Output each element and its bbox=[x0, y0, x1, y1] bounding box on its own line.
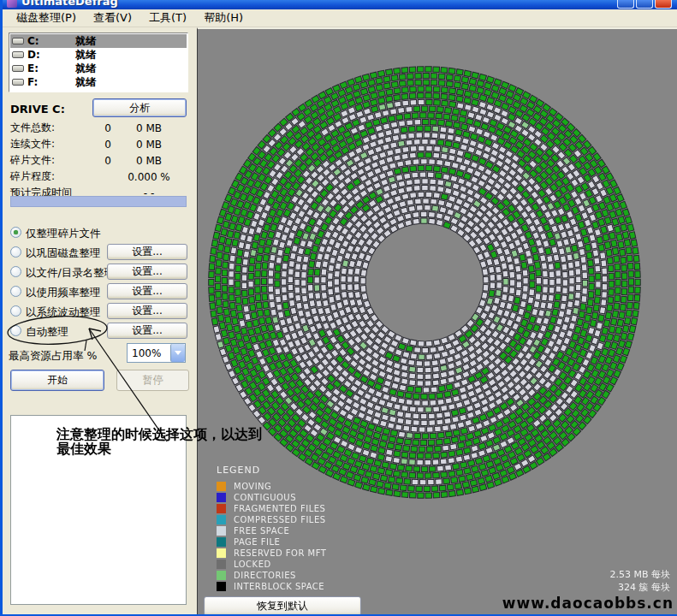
legend-label: LOCKED bbox=[234, 560, 271, 569]
drive-row-E[interactable]: E:就绪 bbox=[10, 62, 187, 75]
method-option-1: 以巩固磁盘整理设置... bbox=[9, 243, 188, 263]
stat-count: 0 bbox=[89, 122, 111, 134]
method-option-label: 以系统波动整理 bbox=[26, 305, 101, 320]
legend-swatch-icon bbox=[217, 526, 226, 536]
stat-label: 连续文件: bbox=[10, 137, 89, 151]
drive-name: E: bbox=[27, 62, 62, 74]
app-window: UltimateDefrag 磁盘整理(P) 查看(V) 工具(T) 帮助(H)… bbox=[0, 0, 677, 616]
legend-item: RESERVED FOR MFT bbox=[217, 548, 326, 559]
drive-icon bbox=[12, 51, 24, 58]
radio-button[interactable] bbox=[10, 266, 21, 277]
legend-label: CONTIGUOUS bbox=[234, 493, 296, 502]
legend-label: RESERVED FOR MFT bbox=[234, 548, 326, 558]
method-option-label: 以巩固磁盘整理 bbox=[26, 246, 101, 261]
analyze-button[interactable]: 分析 bbox=[92, 98, 187, 117]
stat-label: 碎片程度: bbox=[10, 169, 89, 184]
drive-list[interactable]: C:就绪D:就绪E:就绪F:就绪 bbox=[9, 33, 188, 92]
legend-label: INTERBLOCK SPACE bbox=[234, 582, 324, 591]
restore-default-button[interactable]: 恢复到默认 bbox=[204, 596, 361, 614]
legend: LEGEND MOVINGCONTIGUOUSFRAGMENTED FILESC… bbox=[217, 465, 326, 592]
drive-status: 就绪 bbox=[75, 62, 96, 76]
legend-item: DIRECTORIES bbox=[217, 570, 326, 581]
radio-button[interactable] bbox=[10, 305, 21, 317]
stat-size: 0.000 % bbox=[111, 171, 187, 183]
radio-button[interactable] bbox=[10, 286, 21, 297]
stat-size: 0 MB bbox=[111, 155, 187, 167]
drive-status: 就绪 bbox=[75, 48, 96, 62]
app-icon bbox=[7, 0, 17, 8]
menu-defrag[interactable]: 磁盘整理(P) bbox=[8, 9, 85, 28]
stat-count: 0 bbox=[89, 155, 111, 167]
progress-bar bbox=[10, 196, 187, 207]
file-list-box[interactable] bbox=[10, 415, 187, 605]
drive-name: C: bbox=[27, 35, 62, 47]
defrag-method-options: 仅整理碎片文件以巩固磁盘整理设置...以文件/目录名整理设置...以使用频率整理… bbox=[9, 223, 188, 341]
drive-status: 就绪 bbox=[75, 34, 96, 49]
settings-button-1[interactable]: 设置... bbox=[107, 244, 187, 260]
drive-name: F: bbox=[27, 76, 62, 88]
stat-size: 0 MB bbox=[111, 122, 187, 134]
settings-button-5[interactable]: 设置... bbox=[107, 323, 187, 339]
radio-button[interactable] bbox=[10, 227, 21, 238]
legend-item: FREE SPACE bbox=[217, 525, 326, 536]
stat-size: 0 MB bbox=[111, 139, 187, 151]
drive-row-C[interactable]: C:就绪 bbox=[10, 34, 187, 48]
chevron-down-icon[interactable] bbox=[170, 344, 185, 362]
settings-button-4[interactable]: 设置... bbox=[107, 303, 187, 319]
legend-swatch-icon bbox=[217, 548, 226, 558]
stat-row: 连续文件:00 MB bbox=[10, 136, 188, 152]
resource-usage-value: 100% bbox=[128, 347, 170, 359]
stat-row: 碎片文件:00 MB bbox=[10, 152, 188, 169]
drive-icon bbox=[12, 65, 24, 72]
close-button[interactable] bbox=[655, 0, 672, 9]
method-option-0: 仅整理碎片文件 bbox=[9, 223, 188, 243]
method-option-label: 自动整理 bbox=[26, 325, 68, 340]
minimize-button[interactable] bbox=[617, 0, 634, 9]
legend-label: DIRECTORIES bbox=[234, 571, 296, 580]
radio-button[interactable] bbox=[10, 246, 21, 258]
watermark-text: www.daocaobbs.cn bbox=[502, 595, 674, 612]
legend-item: FRAGMENTED FILES bbox=[217, 503, 326, 514]
drive-status: 就绪 bbox=[75, 75, 96, 90]
stat-row: 碎片程度:0.000 % bbox=[10, 169, 188, 185]
drive-icon bbox=[12, 79, 24, 86]
disk-view-panel: LEGEND MOVINGCONTIGUOUSFRAGMENTED FILESC… bbox=[197, 27, 677, 614]
radio-button[interactable] bbox=[10, 325, 21, 336]
window-title: UltimateDefrag bbox=[21, 0, 118, 8]
menu-view[interactable]: 查看(V) bbox=[85, 9, 140, 28]
legend-swatch-icon bbox=[217, 504, 226, 513]
block-size-label: 2.53 MB 每块 bbox=[609, 568, 670, 581]
legend-item: LOCKED bbox=[217, 559, 326, 570]
legend-swatch-icon bbox=[217, 560, 226, 569]
legend-swatch-icon bbox=[217, 582, 226, 591]
resource-usage-select[interactable]: 100% bbox=[127, 343, 186, 363]
drive-stats: 文件总数:00 MB连续文件:00 MB碎片文件:00 MB碎片程度:0.000… bbox=[10, 120, 188, 201]
legend-swatch-icon bbox=[217, 493, 226, 502]
settings-button-2[interactable]: 设置... bbox=[107, 264, 187, 280]
legend-label: MOVING bbox=[234, 482, 271, 491]
drive-name: D: bbox=[27, 49, 62, 61]
stat-label: 文件总数: bbox=[10, 121, 89, 135]
title-bar: UltimateDefrag bbox=[3, 0, 677, 9]
legend-item: MOVING bbox=[217, 481, 326, 492]
stat-row: 文件总数:00 MB bbox=[10, 120, 188, 136]
method-option-2: 以文件/目录名整理设置... bbox=[9, 263, 188, 282]
cluster-size-label: 324 簇 每块 bbox=[618, 581, 670, 594]
drive-icon bbox=[12, 38, 24, 44]
menu-help[interactable]: 帮助(H) bbox=[195, 9, 252, 28]
legend-item: PAGE FILE bbox=[217, 536, 326, 548]
maximize-button[interactable] bbox=[636, 0, 653, 9]
menu-bar: 磁盘整理(P) 查看(V) 工具(T) 帮助(H) bbox=[3, 9, 677, 27]
settings-button-3[interactable]: 设置... bbox=[107, 283, 187, 299]
method-option-5: 自动整理设置... bbox=[9, 322, 188, 341]
menu-tools[interactable]: 工具(T) bbox=[140, 9, 195, 28]
start-button[interactable]: 开始 bbox=[10, 370, 104, 391]
drive-row-D[interactable]: D:就绪 bbox=[10, 48, 187, 62]
drive-row-F[interactable]: F:就绪 bbox=[10, 75, 187, 89]
legend-label: PAGE FILE bbox=[234, 537, 280, 547]
legend-swatch-icon bbox=[217, 571, 226, 580]
stat-label: 碎片文件: bbox=[10, 153, 89, 168]
control-panel: C:就绪D:就绪E:就绪F:就绪 DRIVE C: 分析 文件总数:00 MB连… bbox=[3, 27, 197, 614]
legend-label: FRAGMENTED FILES bbox=[234, 504, 325, 513]
legend-label: FREE SPACE bbox=[234, 526, 289, 536]
